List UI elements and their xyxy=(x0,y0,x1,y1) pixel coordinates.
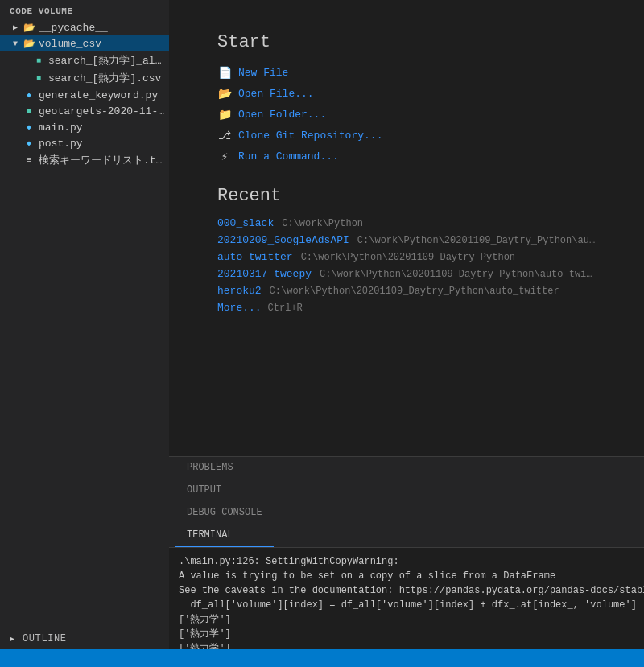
recent-name: 20210317_tweepy xyxy=(217,268,312,280)
recent-title: Recent xyxy=(217,186,596,206)
tree-item-post_py[interactable]: ▶◆post.py xyxy=(0,135,169,151)
start-actions: 📄 New File 📂 Open File... 📁 Open Folder.… xyxy=(217,65,596,163)
tree-item-label: generate_keyword.py xyxy=(39,89,158,101)
tab-problems[interactable]: PROBLEMS xyxy=(175,457,274,480)
tree-item-keyword_list[interactable]: ▶≡検索キーワードリスト.txt xyxy=(0,151,169,169)
clone-git-icon: ⎇ xyxy=(217,128,232,142)
outline-arrow: ▶ xyxy=(10,634,19,644)
tree-item-search_csv2[interactable]: ▶■search_[熱力学].csv xyxy=(0,69,169,87)
terminal-panel: PROBLEMSOUTPUTDEBUG CONSOLETERMINAL .\ma… xyxy=(169,456,644,649)
terminal-line-l6: ['熱力学'] xyxy=(179,612,634,627)
file-icon: ■ xyxy=(32,72,45,84)
terminal-line-l2: A value is trying to be set on a copy of… xyxy=(179,569,634,583)
recent-name: heroku2 xyxy=(217,285,262,297)
explorer-title: CODE_VOLUME xyxy=(0,0,169,19)
action-label: Run a Command... xyxy=(238,150,339,163)
terminal-line-l8: ['熱力学'] xyxy=(179,641,634,649)
file-icon: ■ xyxy=(32,54,45,67)
recent-item-r1[interactable]: 000_slack C:\work\Python xyxy=(217,217,596,229)
tab-terminal[interactable]: TERMINAL xyxy=(175,525,274,547)
recent-path: C:\work\Python\20201109_Daytry_Python\au… xyxy=(357,235,596,246)
outline-section[interactable]: ▶ OUTLINE xyxy=(0,628,169,649)
file-icon: ◆ xyxy=(23,121,35,134)
file-icon: ■ xyxy=(23,105,35,117)
recent-item-r2[interactable]: 20210209_GoogleAdsAPI C:\work\Python\202… xyxy=(217,234,596,246)
recent-item-r3[interactable]: auto_twitter C:\work\Python\20201109_Day… xyxy=(217,251,596,263)
action-label: Clone Git Repository... xyxy=(238,130,382,142)
tree-item-label: search_[熱力学]_all.csv xyxy=(48,53,166,68)
more-item[interactable]: More... Ctrl+R xyxy=(217,302,596,314)
tree-item-geotargets[interactable]: ▶■geotargets-2020-11-18.csv xyxy=(0,103,169,119)
recent-path: C:\work\Python\20201109_Daytry_Python xyxy=(301,252,515,263)
recent-name: 20210209_GoogleAdsAPI xyxy=(217,234,349,246)
tree-item-main_py[interactable]: ▶◆main.py xyxy=(0,119,169,135)
recent-path: C:\work\Python\20201109_Daytry_Python\au… xyxy=(270,286,559,297)
terminal-line-l7: ['熱力学'] xyxy=(179,627,634,641)
tree-item-search_csv1[interactable]: ▶■search_[熱力学]_all.csv xyxy=(0,51,169,69)
terminal-content[interactable]: .\main.py:126: SettingWithCopyWarning:A … xyxy=(169,548,644,649)
new-file-icon: 📄 xyxy=(217,65,232,80)
recent-items: 000_slack C:\work\Python 20210209_Google… xyxy=(217,217,596,297)
tree-item-label: __pycache__ xyxy=(39,22,108,34)
action-clone-git[interactable]: ⎇ Clone Git Repository... xyxy=(217,128,596,142)
welcome-panel: Start 📄 New File 📂 Open File... 📁 Open F… xyxy=(169,0,644,456)
recent-item-r4[interactable]: 20210317_tweepy C:\work\Python\20201109_… xyxy=(217,268,596,280)
tree-item-label: 検索キーワードリスト.txt xyxy=(39,153,166,167)
recent-name: auto_twitter xyxy=(217,251,293,263)
more-label: More... xyxy=(217,302,262,314)
folder-icon: 📂 xyxy=(23,37,35,50)
action-open-file[interactable]: 📂 Open File... xyxy=(217,86,596,101)
action-new-file[interactable]: 📄 New File xyxy=(217,65,596,80)
open-file-icon: 📂 xyxy=(217,86,232,101)
recent-item-r5[interactable]: heroku2 C:\work\Python\20201109_Daytry_P… xyxy=(217,285,596,297)
open-folder-icon: 📁 xyxy=(217,107,232,121)
action-open-folder[interactable]: 📁 Open Folder... xyxy=(217,107,596,121)
recent-name: 000_slack xyxy=(217,217,274,229)
tree-item-pycache[interactable]: ▶📂__pycache__ xyxy=(0,19,169,35)
tree-item-label: main.py xyxy=(39,121,83,134)
folder-arrow: ▼ xyxy=(13,39,23,48)
tab-output[interactable]: OUTPUT xyxy=(175,480,274,502)
recent-path: C:\work\Python\20201109_Daytry_Python\au… xyxy=(320,269,596,280)
file-tree: ▶📂__pycache__▼📂volume_csv▶■search_[熱力学]_… xyxy=(0,19,169,169)
start-title: Start xyxy=(217,32,596,52)
file-icon: ≡ xyxy=(23,154,35,167)
tree-item-label: geotargets-2020-11-18.csv xyxy=(39,105,166,117)
tab-debug-console[interactable]: DEBUG CONSOLE xyxy=(175,502,274,525)
tree-item-generate_keyword[interactable]: ▶◆generate_keyword.py xyxy=(0,87,169,103)
main-layout: CODE_VOLUME ▶📂__pycache__▼📂volume_csv▶■s… xyxy=(0,0,644,649)
more-shortcut: Ctrl+R xyxy=(268,303,303,314)
tree-item-label: post.py xyxy=(39,138,83,150)
folder-arrow: ▶ xyxy=(13,23,23,32)
folder-icon: 📂 xyxy=(23,21,35,34)
tree-item-label: volume_csv xyxy=(39,38,101,50)
recent-path: C:\work\Python xyxy=(282,218,363,229)
action-label: New File xyxy=(238,67,288,79)
action-label: Open Folder... xyxy=(238,109,326,121)
tree-item-volume_csv[interactable]: ▼📂volume_csv xyxy=(0,35,169,51)
run-command-icon: ⚡ xyxy=(217,149,232,163)
terminal-lines: .\main.py:126: SettingWithCopyWarning:A … xyxy=(179,554,634,649)
terminal-line-l4: See the caveats in the documentation: ht… xyxy=(179,583,634,598)
action-label: Open File... xyxy=(238,88,314,100)
content-area: Start 📄 New File 📂 Open File... 📁 Open F… xyxy=(169,0,644,649)
panel-tabs-list: PROBLEMSOUTPUTDEBUG CONSOLETERMINAL xyxy=(175,457,274,547)
panel-tabs: PROBLEMSOUTPUTDEBUG CONSOLETERMINAL xyxy=(169,457,644,548)
file-icon: ◆ xyxy=(23,137,35,150)
outline-label: OUTLINE xyxy=(23,633,67,644)
status-bar xyxy=(0,649,644,667)
terminal-line-l1: .\main.py:126: SettingWithCopyWarning: xyxy=(179,554,634,569)
terminal-line-l5: df_all['volume'][index] = df_all['volume… xyxy=(179,598,634,612)
sidebar: CODE_VOLUME ▶📂__pycache__▼📂volume_csv▶■s… xyxy=(0,0,169,649)
tree-item-label: search_[熱力学].csv xyxy=(48,71,161,85)
file-icon: ◆ xyxy=(23,89,35,101)
action-run-command[interactable]: ⚡ Run a Command... xyxy=(217,149,596,163)
